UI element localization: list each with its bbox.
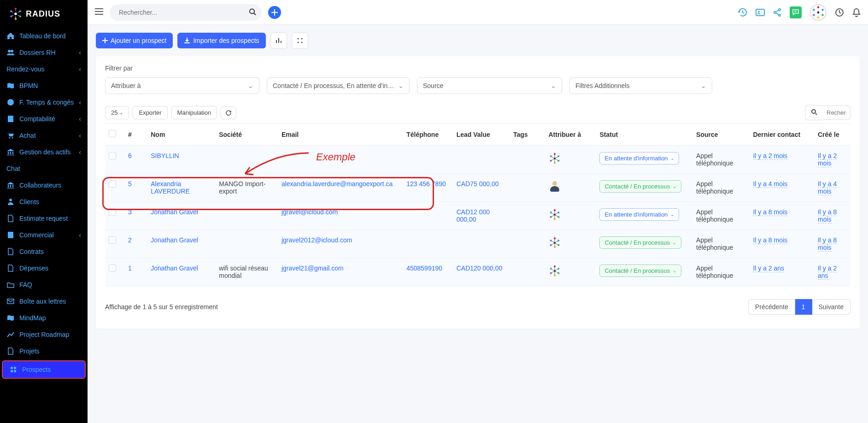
assignee-avatar[interactable] xyxy=(548,152,561,165)
col-dernier[interactable]: Dernier contact xyxy=(749,123,814,146)
col-email[interactable]: Email xyxy=(278,123,403,146)
row-checkbox[interactable] xyxy=(109,152,116,159)
sidebar-item-achat[interactable]: Achat‹ xyxy=(0,127,88,144)
sidebar-item-tableau-de-bord[interactable]: Tableau de bord‹ xyxy=(0,28,88,44)
row-id[interactable]: 5 xyxy=(128,180,132,188)
col-societe[interactable]: Société xyxy=(215,123,278,146)
pagesize-select[interactable]: 25⌄ xyxy=(105,106,129,119)
row-id[interactable]: 3 xyxy=(128,208,132,216)
row-checkbox[interactable] xyxy=(109,180,116,188)
sidebar-item-dossiers-rh[interactable]: Dossiers RH‹ xyxy=(0,44,88,61)
row-name[interactable]: Jonathan Gravel xyxy=(151,208,198,216)
row-last-contact[interactable]: Il y a 8 mois xyxy=(753,236,787,244)
table-search-icon[interactable] xyxy=(805,105,823,120)
assignee-avatar[interactable] xyxy=(548,264,561,277)
col-tags[interactable]: Tags xyxy=(510,123,545,146)
row-created[interactable]: Il y a 8 mois xyxy=(818,208,837,223)
user-avatar[interactable] xyxy=(810,4,827,21)
row-created[interactable]: Il y a 2 mois xyxy=(818,152,837,167)
col-leadvalue[interactable]: Lead Value xyxy=(453,123,510,146)
row-checkbox[interactable] xyxy=(109,264,116,272)
sidebar-item-contrats[interactable]: Contrats‹ xyxy=(0,243,88,260)
status-badge[interactable]: En attente d'information⌄ xyxy=(599,152,679,164)
select-all-checkbox[interactable] xyxy=(109,130,116,137)
row-created[interactable]: Il y a 4 mois xyxy=(818,180,837,195)
assignee-avatar[interactable] xyxy=(548,236,561,249)
sidebar-toggle-icon[interactable] xyxy=(95,8,103,16)
sidebar-item-commercial[interactable]: Commercial‹ xyxy=(0,227,88,243)
prev-page-button[interactable]: Précédente xyxy=(748,299,795,315)
row-name[interactable]: Alexandria LAVERDURE xyxy=(151,180,190,195)
sidebar-item-chat[interactable]: Chat‹ xyxy=(0,160,88,177)
row-checkbox[interactable] xyxy=(109,208,116,216)
row-name[interactable]: SIBYLLIN xyxy=(151,152,179,159)
row-email[interactable]: jgravel2012@icloud.com xyxy=(282,236,352,244)
row-email[interactable]: jgravel21@gmail.com xyxy=(282,264,344,272)
col-cree[interactable]: Créé le xyxy=(814,123,850,146)
col-nom[interactable]: Nom xyxy=(147,123,215,146)
assignee-avatar[interactable] xyxy=(548,208,561,221)
chart-view-button[interactable] xyxy=(270,32,287,49)
col-attribuer[interactable]: Attribuer à xyxy=(545,123,596,146)
status-badge[interactable]: Contacté / En processus⌄ xyxy=(599,180,681,193)
chat-icon[interactable] xyxy=(790,6,802,18)
filter-additional-select[interactable]: Filtres Additionnels⌄ xyxy=(569,77,712,94)
col-source[interactable]: Source xyxy=(692,123,749,146)
row-email[interactable]: alexandria.laverdure@mangoexport.ca xyxy=(282,180,393,188)
filter-source-select[interactable]: Source⌄ xyxy=(417,77,562,94)
row-checkbox[interactable] xyxy=(109,236,116,244)
sidebar-item-f-temps-cong-s[interactable]: F. Temps & congés‹ xyxy=(0,94,88,111)
sidebar-item-d-penses[interactable]: Dépenses‹ xyxy=(0,260,88,276)
row-last-contact[interactable]: Il y a 4 mois xyxy=(753,180,787,188)
next-page-button[interactable]: Suivante xyxy=(812,299,850,315)
sidebar-item-collaborateurs[interactable]: Collaborateurs‹ xyxy=(0,177,88,194)
row-created[interactable]: Il y a 2 ans xyxy=(818,264,837,280)
sidebar-item-gestion-des-actifs[interactable]: Gestion des actifs‹ xyxy=(0,144,88,160)
manipulation-button[interactable]: Manipulation xyxy=(171,106,217,119)
row-id[interactable]: 6 xyxy=(128,152,132,159)
assignee-avatar[interactable] xyxy=(548,180,561,193)
sidebar-item-rendez-vous[interactable]: Rendez-vous‹ xyxy=(0,61,88,77)
row-last-contact[interactable]: Il y a 8 mois xyxy=(753,208,787,216)
sidebar-item-mindmap[interactable]: MindMap‹ xyxy=(0,310,88,326)
add-prospect-button[interactable]: Ajouter un prospect xyxy=(96,33,173,48)
search-input[interactable] xyxy=(110,4,262,21)
sidebar-item-faq[interactable]: FAQ‹ xyxy=(0,276,88,293)
status-badge[interactable]: Contacté / En processus⌄ xyxy=(599,236,681,249)
col-tel[interactable]: Téléphone xyxy=(403,123,453,146)
row-email[interactable]: jgravel@icloud.com xyxy=(282,208,338,216)
row-phone[interactable]: 123 456 7890 xyxy=(406,180,446,188)
col-num[interactable]: # xyxy=(124,123,147,146)
row-last-contact[interactable]: Il y a 2 ans xyxy=(753,264,784,272)
row-name[interactable]: Jonathan Gravel xyxy=(151,264,198,272)
share-icon[interactable] xyxy=(773,8,781,17)
row-id[interactable]: 1 xyxy=(128,264,132,272)
refresh-button[interactable] xyxy=(221,106,236,119)
quick-add-button[interactable] xyxy=(268,6,281,19)
clock-icon[interactable] xyxy=(835,8,844,17)
row-id[interactable]: 2 xyxy=(128,236,132,244)
row-created[interactable]: Il y a 8 mois xyxy=(818,236,837,252)
page-number-button[interactable]: 1 xyxy=(795,299,812,315)
sidebar-item-comptabilit-[interactable]: Comptabilité‹ xyxy=(0,111,88,127)
filter-status-select[interactable]: Contacté / En processus, En attente d'in… xyxy=(267,77,410,94)
filter-assign-select[interactable]: Attribuer à⌄ xyxy=(105,77,259,94)
grid-view-button[interactable] xyxy=(292,32,308,49)
export-button[interactable]: Exporter xyxy=(133,106,167,119)
status-badge[interactable]: En attente d'information⌄ xyxy=(599,208,679,221)
sidebar-item-clients[interactable]: Clients‹ xyxy=(0,194,88,210)
sidebar-item-estimate-request[interactable]: Estimate request‹ xyxy=(0,210,88,227)
import-prospects-button[interactable]: Importer des prospects xyxy=(177,33,265,48)
search-icon[interactable] xyxy=(249,8,256,17)
row-last-contact[interactable]: Il y a 2 mois xyxy=(753,152,787,160)
id-card-icon[interactable] xyxy=(756,9,765,16)
history-icon[interactable] xyxy=(738,8,747,17)
row-phone[interactable]: 4508599190 xyxy=(406,264,442,272)
sidebar-item-bpmn[interactable]: BPMN‹ xyxy=(0,77,88,94)
sidebar-item-project-roadmap[interactable]: Project Roadmap‹ xyxy=(0,326,88,338)
table-search-input[interactable] xyxy=(823,106,850,120)
sidebar-item-bo-te-aux-lettres[interactable]: Boîte aux lettres‹ xyxy=(0,293,88,310)
bell-icon[interactable] xyxy=(852,8,861,17)
row-name[interactable]: Jonathan Gravel xyxy=(151,236,198,244)
status-badge[interactable]: Contacté / En processus⌄ xyxy=(599,264,681,277)
